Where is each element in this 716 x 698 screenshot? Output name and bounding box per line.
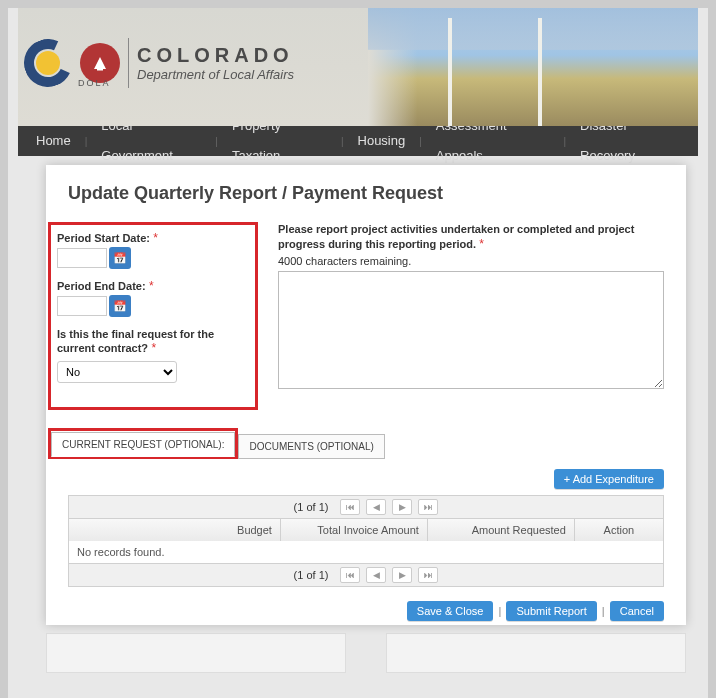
required-marker: * [479,237,484,251]
pager-first-button[interactable]: ⏮ [340,499,360,515]
col-action: Action [575,519,663,541]
nav-home[interactable]: Home [26,126,81,156]
pager-next-button[interactable]: ▶ [392,499,412,515]
table-header-row: Budget Total Invoice Amount Amount Reque… [69,519,663,541]
chars-remaining: 4000 characters remaining. [278,255,664,267]
cancel-button[interactable]: Cancel [610,601,664,621]
table-empty-row: No records found. [69,541,663,563]
required-marker: * [149,279,154,293]
dept-name: Department of Local Affairs [137,67,294,82]
nav-housing[interactable]: Housing [348,126,416,156]
dola-label: DOLA [78,78,111,88]
banner-photo [368,8,698,126]
activities-textarea[interactable] [278,271,664,389]
col-budget: Budget [69,519,281,541]
pager-bottom: (1 of 1) ⏮ ◀ ▶ ⏭ [69,563,663,586]
period-start-calendar-button[interactable]: 📅 [109,247,131,269]
period-start-label: Period Start Date: [57,232,150,244]
modal-update-quarterly-report: Update Quarterly Report / Payment Reques… [46,165,686,625]
required-marker: * [153,231,158,245]
tab-current-request[interactable]: CURRENT REQUEST (OPTIONAL): [51,432,235,457]
dola-seal-icon [80,43,120,83]
pager-info-bottom: (1 of 1) [294,569,329,581]
main-nav: Home| Local Government| Property Taxatio… [18,126,698,156]
calendar-icon: 📅 [113,252,127,265]
final-request-select[interactable]: No [57,361,177,383]
pager-first-button[interactable]: ⏮ [340,567,360,583]
period-end-label: Period End Date: [57,280,146,292]
save-close-button[interactable]: Save & Close [407,601,494,621]
pager-next-button[interactable]: ▶ [392,567,412,583]
period-end-input[interactable] [57,296,107,316]
pager-last-button[interactable]: ⏭ [418,499,438,515]
modal-title: Update Quarterly Report / Payment Reques… [68,183,664,204]
expenditure-table: (1 of 1) ⏮ ◀ ▶ ⏭ Budget Total Invoice Am… [68,495,664,587]
submit-report-button[interactable]: Submit Report [506,601,596,621]
background-cards [46,633,686,673]
pager-prev-button[interactable]: ◀ [366,499,386,515]
col-total-invoice: Total Invoice Amount [281,519,428,541]
pager-top: (1 of 1) ⏮ ◀ ▶ ⏭ [69,496,663,519]
tab-documents[interactable]: DOCUMENTS (OPTIONAL) [238,434,384,459]
col-amount-requested: Amount Requested [428,519,575,541]
org-name: COLORADO [137,44,294,67]
required-marker: * [151,341,156,355]
period-start-input[interactable] [57,248,107,268]
colorado-c-logo-icon [24,39,72,87]
add-expenditure-button[interactable]: + Add Expenditure [554,469,664,489]
final-request-label: Is this the final request for the curren… [57,328,214,354]
pager-last-button[interactable]: ⏭ [418,567,438,583]
pager-prev-button[interactable]: ◀ [366,567,386,583]
period-fields-highlight-box: Period Start Date: * 📅 Period End Date: … [48,222,258,410]
activities-label: Please report project activities underta… [278,223,634,250]
pager-info-top: (1 of 1) [294,501,329,513]
current-request-tab-highlight: CURRENT REQUEST (OPTIONAL): [48,428,238,459]
period-end-calendar-button[interactable]: 📅 [109,295,131,317]
calendar-icon: 📅 [113,300,127,313]
logo-block: COLORADO Department of Local Affairs [24,38,294,88]
header-banner: COLORADO Department of Local Affairs DOL… [18,8,698,126]
